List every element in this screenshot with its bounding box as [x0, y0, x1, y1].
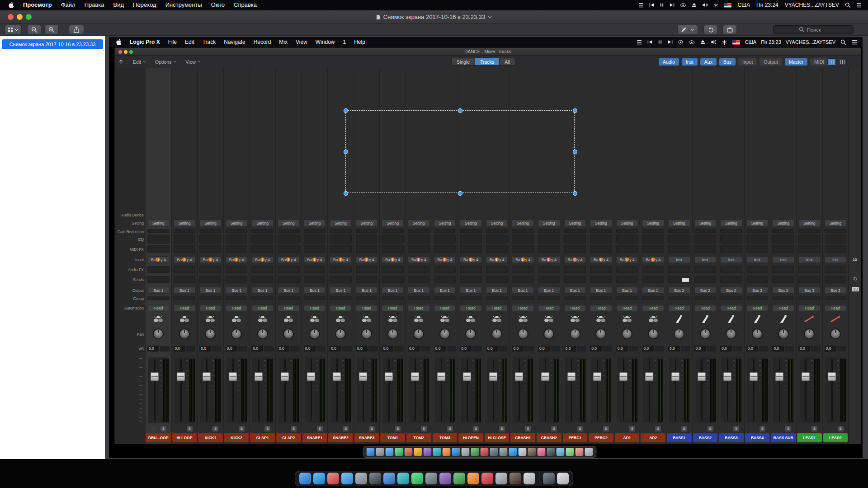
sends-slot[interactable] — [460, 276, 482, 283]
group-slot[interactable] — [616, 296, 638, 300]
sends-slot[interactable] — [382, 276, 404, 283]
target-icon[interactable] — [675, 40, 686, 45]
midi-fx-slot[interactable] — [434, 245, 456, 253]
midi-fx-slot[interactable] — [538, 245, 560, 253]
volume-readout[interactable]: 0,0 — [356, 346, 378, 352]
solo-button[interactable]: S — [708, 426, 713, 432]
volume-readout[interactable]: 0,0 — [486, 346, 508, 352]
midi-fx-slot[interactable] — [226, 245, 248, 253]
fader-cap[interactable] — [281, 372, 289, 381]
mini-dock-icon[interactable] — [395, 448, 403, 456]
solo-button[interactable]: S — [655, 426, 661, 432]
group-slot[interactable] — [278, 296, 300, 300]
notification-center-icon[interactable] — [854, 3, 864, 8]
midi-fx-slot[interactable] — [486, 245, 508, 253]
volume-readout[interactable]: 0,0 — [564, 346, 586, 352]
filter-output[interactable]: Output — [760, 58, 782, 66]
solo-button[interactable]: S — [525, 426, 531, 432]
fader-cap[interactable] — [567, 372, 576, 381]
menubar-clock[interactable]: Пн 23:24 — [753, 2, 782, 8]
volume-readout[interactable]: 0,0 — [590, 346, 612, 352]
output-button[interactable]: Bus 3 — [798, 287, 821, 294]
dock-trash-icon[interactable] — [557, 473, 569, 484]
sends-slot[interactable] — [486, 276, 508, 283]
output-button[interactable]: Bus 1 — [616, 287, 638, 294]
volume-icon[interactable] — [708, 40, 719, 44]
fader-cap[interactable] — [333, 372, 341, 381]
output-button[interactable]: Bus 1 — [408, 287, 430, 294]
group-slot[interactable] — [174, 296, 196, 300]
audio-fx-slot[interactable] — [251, 266, 274, 273]
mixer-menu-edit[interactable]: Edit — [128, 59, 151, 65]
input-button[interactable]: Ba!y 4 — [434, 256, 456, 263]
eye-icon[interactable] — [677, 3, 689, 7]
menu-правка[interactable]: Правка — [80, 0, 109, 10]
automation-mode-button[interactable]: Read — [694, 305, 717, 311]
rows-icon[interactable] — [634, 40, 645, 45]
setting-button[interactable]: Setting — [746, 220, 769, 227]
filter-master[interactable]: Master — [785, 58, 807, 66]
mixer-zoom-button[interactable] — [129, 50, 133, 54]
audio-fx-slot[interactable] — [720, 266, 742, 273]
group-slot[interactable] — [147, 296, 170, 300]
pan-knob[interactable] — [486, 327, 508, 342]
selection-handle[interactable] — [344, 109, 348, 113]
solo-button[interactable]: S — [239, 426, 245, 432]
pan-knob[interactable] — [147, 327, 170, 342]
automation-mode-button[interactable]: Read — [668, 305, 690, 311]
rows-icon[interactable] — [636, 3, 646, 8]
output-button[interactable]: Bus 1 — [590, 287, 612, 294]
selection-handle[interactable] — [573, 192, 577, 195]
snowflake-icon[interactable] — [711, 3, 721, 8]
zoom-out-button[interactable] — [27, 25, 42, 34]
setting-button[interactable]: Setting — [382, 220, 404, 227]
track-name-tab[interactable]: KICK2 — [224, 433, 249, 442]
menu-navigate[interactable]: Navigate — [220, 37, 249, 47]
solo-button[interactable]: S — [733, 426, 739, 432]
dock-folder-icon[interactable] — [543, 473, 555, 484]
dock-app-green-icon[interactable] — [453, 473, 465, 484]
solo-button[interactable]: S — [681, 426, 687, 432]
group-slot[interactable] — [825, 296, 847, 300]
sends-slot[interactable] — [720, 276, 742, 283]
fader-cap[interactable] — [619, 372, 627, 381]
volume-fader[interactable] — [799, 357, 820, 423]
setting-button[interactable]: Setting — [668, 220, 690, 227]
group-slot[interactable] — [330, 296, 352, 300]
solo-button[interactable]: S — [187, 426, 193, 432]
pan-knob[interactable] — [720, 327, 742, 342]
filter-input[interactable]: Input — [738, 58, 757, 66]
volume-readout[interactable]: 0,0 — [304, 346, 326, 352]
setting-button[interactable]: Setting — [330, 220, 352, 227]
mini-dock-icon[interactable] — [547, 448, 555, 456]
markup-toolbar-button[interactable] — [722, 25, 737, 34]
fader-cap[interactable] — [828, 372, 836, 381]
group-slot[interactable] — [512, 296, 534, 300]
volume-readout[interactable]: 0,0 — [147, 346, 170, 352]
track-name-tab[interactable]: PERC2 — [589, 433, 613, 442]
midi-fx-slot[interactable] — [616, 245, 638, 253]
menu-файл[interactable]: Файл — [57, 0, 80, 10]
setting-button[interactable]: Setting — [278, 220, 300, 227]
automation-mode-button[interactable]: Read — [382, 305, 404, 311]
audio-fx-slot[interactable] — [564, 266, 586, 273]
volume-fader[interactable] — [409, 357, 429, 423]
eq-slot[interactable] — [642, 235, 664, 244]
volume-readout[interactable]: 0,0 — [825, 346, 847, 352]
track-name-tab[interactable]: HI LOOP — [172, 433, 197, 442]
filter-inst[interactable]: Inst — [682, 58, 698, 66]
solo-button[interactable]: S — [212, 426, 218, 432]
track-name-tab[interactable]: PERC1 — [563, 433, 588, 442]
automation-mode-button[interactable]: Read — [434, 305, 456, 311]
output-button[interactable]: Bus 1 — [642, 287, 664, 294]
output-button[interactable]: Bus 1 — [147, 287, 170, 294]
track-name-tab[interactable]: BASS1 — [667, 433, 692, 442]
automation-mode-button[interactable]: Read — [147, 305, 170, 311]
midi-fx-slot[interactable] — [642, 245, 664, 253]
input-button[interactable]: Inst — [825, 256, 847, 263]
pan-knob[interactable] — [746, 327, 769, 342]
solo-button[interactable]: S — [421, 426, 427, 432]
audio-fx-slot[interactable] — [382, 266, 404, 273]
audio-fx-slot[interactable] — [590, 266, 612, 273]
automation-mode-button[interactable]: Read — [304, 305, 326, 311]
